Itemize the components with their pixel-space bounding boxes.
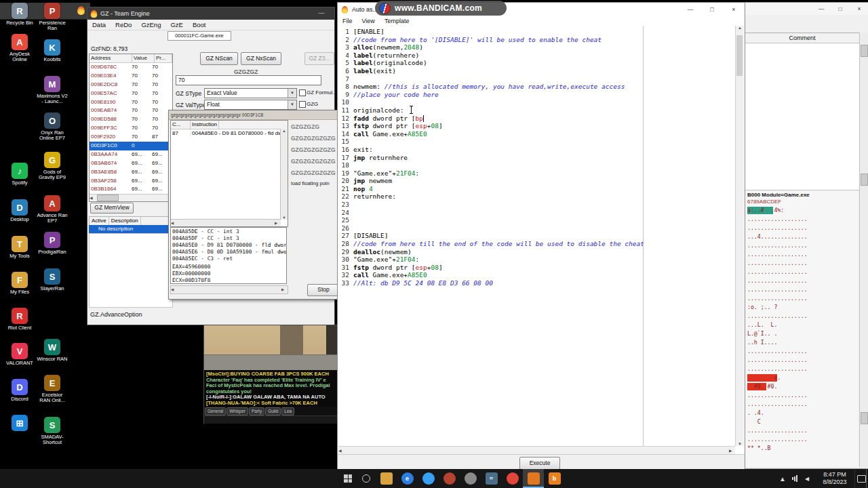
gzg-checkbox[interactable] <box>299 101 306 108</box>
chat-tab[interactable]: Party <box>249 407 264 415</box>
found-address-row[interactable]: 0B3AB67469...69... <box>90 159 172 168</box>
close-button[interactable]: × <box>723 3 745 16</box>
vertical-scrollbar[interactable]: ▲ ▼ <box>735 26 744 446</box>
menu-item[interactable]: ReDo <box>111 21 136 28</box>
scroll-up-icon[interactable]: ▲ <box>736 26 744 30</box>
found-address-list[interactable]: Address Value Pr... 009D678C7070009E03E4… <box>89 54 173 202</box>
code-line-text[interactable]: fadd dword ptr [bp <box>353 115 736 123</box>
code-line-text[interactable]: jmp returnhere <box>353 154 736 162</box>
menu-item[interactable]: GzE <box>165 21 187 28</box>
found-address-row[interactable]: 0B3AAA7469...69... <box>90 150 172 159</box>
found-address-row[interactable]: 009EFF3C7070 <box>90 124 172 133</box>
code-line-text[interactable]: alloc(newmem,2048) <box>353 43 736 52</box>
found-address-row[interactable]: 009EAB747070 <box>90 106 172 115</box>
scan-type-select[interactable]: Exact Value ▼ <box>204 88 297 98</box>
instruction-list[interactable]: C... Instruction 87 004A85E0 - D9 81 D07… <box>170 120 288 227</box>
chat-input-bar[interactable] <box>204 415 344 424</box>
stop-button[interactable]: Stop <box>307 284 340 296</box>
menu-item[interactable]: GzEng <box>136 21 165 28</box>
minimize-button[interactable]: — <box>812 3 831 15</box>
new-scan-button[interactable]: GZ NScan <box>200 52 238 65</box>
code-line-text[interactable]: "Game.exe"+21F04: <box>353 256 736 264</box>
minimize-button[interactable]: — <box>314 9 329 18</box>
taskbar-clock[interactable]: 8:47 PM 8/8/2023 <box>816 469 853 488</box>
desktop-icon-valorant[interactable]: VVALORANT <box>4 343 35 366</box>
desktop-icon-desktop-folder[interactable]: DDesktop <box>4 199 35 222</box>
comment-list[interactable] <box>745 43 860 190</box>
code-line-text[interactable] <box>353 75 736 83</box>
code-line-text[interactable] <box>353 201 736 209</box>
desktop-icon-excelsior-ran[interactable]: EExcelsior RAN Onli... <box>37 375 68 403</box>
search-button[interactable] <box>358 469 374 488</box>
code-line-text[interactable]: label(exit) <box>353 67 736 75</box>
taskbar-bandicam-button[interactable]: b <box>544 469 565 488</box>
code-line-text[interactable]: [ENABLE] <box>353 28 736 36</box>
chevron-down-icon[interactable]: ▼ <box>288 100 296 109</box>
active-column-header[interactable]: Active <box>90 217 109 225</box>
code-line-text[interactable]: [DISABLE] <box>353 232 736 240</box>
scroll-right-icon[interactable]: ▶ <box>729 448 735 454</box>
found-address-row[interactable]: 009E81907070 <box>90 98 172 107</box>
memory-view-button[interactable]: GZ MemView <box>90 203 134 214</box>
vertical-scrollbar[interactable]: ▲ ▼ <box>280 129 288 220</box>
popup-titlebar[interactable]: gzgzgzgzgzgzgzgzgzgzgzgzgzgzgz 00D3F1C8 <box>169 110 337 120</box>
taskbar-firefox-button[interactable] <box>439 469 460 488</box>
tray-expand-button[interactable]: ▲ <box>777 469 788 488</box>
horizontal-scrollbar[interactable]: ◀ <box>90 194 172 201</box>
horizontal-scrollbar[interactable]: ◀ ▶ <box>171 219 281 226</box>
desktop-icon-maximons[interactable]: MMaximons V2 - Launc... <box>37 76 68 104</box>
desktop-icon-recycle-bin[interactable]: RRecycle Bin <box>4 3 35 26</box>
hex-view[interactable]: B000 Module=Game.exe 6789ABCDEF a:..# .4… <box>745 190 859 467</box>
column-header[interactable]: Address <box>90 54 132 62</box>
scrollbar-thumb[interactable] <box>736 35 743 76</box>
chat-tab[interactable]: Whisper <box>226 407 248 415</box>
desktop-icon-onyx-ran[interactable]: OOnyx Ran Online EP7 <box>37 113 68 141</box>
code-line-text[interactable] <box>353 161 736 169</box>
pane-divider[interactable] <box>643 26 644 446</box>
found-address-row[interactable]: 0B3B166469...69... <box>90 185 172 194</box>
desktop-icon-spotify[interactable]: ♪Spotify <box>4 163 35 186</box>
code-line-text[interactable]: //Alt: db D9 5C 24 08 E8 D3 66 08 00 <box>353 279 736 287</box>
code-line-text[interactable] <box>353 224 736 232</box>
code-line-text[interactable]: //code from here to '[DISABLE]' will be … <box>353 36 736 44</box>
instruction-column-header[interactable]: Instruction <box>191 121 219 129</box>
scroll-right-icon[interactable]: ▶ <box>275 220 281 226</box>
desktop-icon-gods-of-gravity[interactable]: GGods of Gravity EP9 <box>37 152 68 180</box>
code-line-text[interactable] <box>353 216 736 224</box>
scan-value-input[interactable]: 70 <box>176 75 321 85</box>
taskbar-chrome-button[interactable] <box>502 469 523 488</box>
column-header[interactable]: Value <box>132 54 155 62</box>
execute-button[interactable]: Execute <box>519 457 560 470</box>
desktop-icon-discord[interactable]: DDiscord <box>4 379 35 402</box>
scrollbar-thumb[interactable] <box>861 412 868 424</box>
instruction-row[interactable]: 87 004A85E0 - D9 81 D0780000 - fld dw... <box>171 129 288 138</box>
scroll-left-icon[interactable]: ◀ <box>90 195 96 201</box>
taskbar-edge-button[interactable]: e <box>397 469 418 488</box>
chat-tab[interactable]: Lea <box>281 407 294 415</box>
chat-message-area[interactable]: [MsoCtrl]:BUYING COARSE FAB 3PCS 900K EA… <box>204 370 344 407</box>
found-address-row[interactable]: 009D678C7070 <box>90 63 172 72</box>
code-line-text[interactable]: newmem: //this is allocated memory, you … <box>353 83 736 91</box>
taskbar-cheat-engine-button[interactable] <box>523 469 544 488</box>
horizontal-scrollbar[interactable]: ◀ ▶ <box>170 285 288 294</box>
found-address-row[interactable]: 009ED5887070 <box>90 115 172 124</box>
code-line-text[interactable]: call Game.exe+A85E0 <box>353 130 736 138</box>
scroll-left-icon[interactable]: ◀ <box>171 287 177 293</box>
next-scan-button[interactable]: GZ NxScan <box>241 52 281 65</box>
menu-item[interactable]: Data <box>87 21 111 28</box>
start-button[interactable] <box>339 469 357 488</box>
found-address-row[interactable]: 00D3F1C00 <box>90 142 172 150</box>
scroll-right-icon[interactable]: ▶ <box>281 287 288 293</box>
found-address-row[interactable]: 009F29207087 <box>90 133 172 142</box>
maximize-button[interactable]: □ <box>831 3 850 15</box>
code-line-text[interactable]: fstp dword ptr [esp+08] <box>353 264 736 272</box>
taskbar-settings-button[interactable] <box>460 469 481 488</box>
value-type-select[interactable]: Float ▼ <box>204 100 297 110</box>
chat-tab[interactable]: General <box>205 407 226 415</box>
desktop-icon-my-tools[interactable]: TMy Tools <box>4 236 35 259</box>
cheat-list-body[interactable] <box>89 233 173 308</box>
scroll-left-icon[interactable]: ◀ <box>338 448 344 454</box>
code-line-text[interactable]: exit: <box>353 146 736 154</box>
desktop-icon-winscor-ran[interactable]: WWinscor RAN <box>37 339 68 362</box>
chevron-down-icon[interactable]: ▼ <box>288 89 296 98</box>
